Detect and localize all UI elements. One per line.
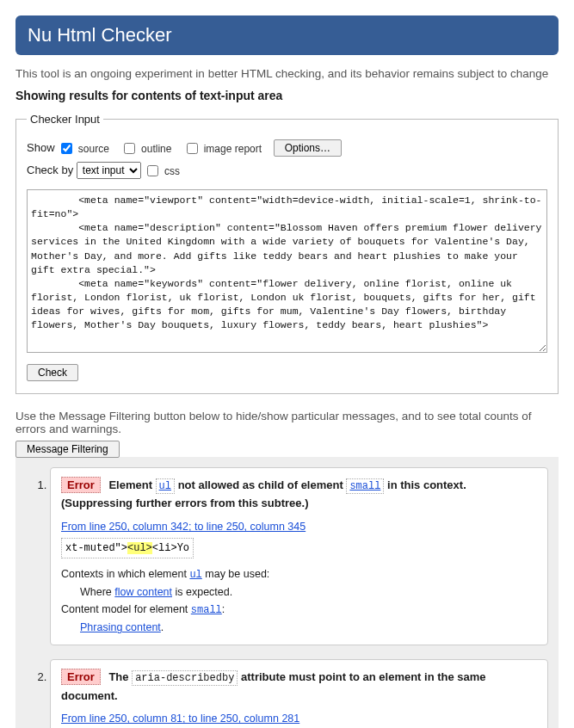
message-item: Error The aria-describedby attribute mus…	[50, 659, 548, 728]
messages-list: Error Element ul not allowed as child of…	[26, 467, 548, 728]
source-checkbox-label: source	[78, 143, 109, 155]
message-text: Error The aria-describedby attribute mus…	[61, 669, 537, 705]
show-row: Show source outline image report Options…	[27, 139, 547, 157]
location-link[interactable]: From line 250, column 342; to line 250, …	[61, 521, 306, 533]
options-button[interactable]: Options…	[274, 139, 342, 157]
message-card: Error Element ul not allowed as child of…	[50, 467, 548, 645]
checkby-select[interactable]: text input	[77, 162, 141, 179]
results-panel: Error Element ul not allowed as child of…	[15, 457, 559, 728]
css-checkbox[interactable]	[147, 165, 158, 176]
image-report-checkbox-label: image report	[204, 143, 262, 155]
tool-subnote: This tool is an ongoing experiment in be…	[15, 67, 559, 80]
results-for-heading: Showing results for contents of text-inp…	[15, 89, 559, 102]
code-ul: ul	[156, 478, 175, 494]
css-checkbox-label: css	[164, 165, 180, 177]
message-extract: xt-muted"><ul><li>Yo	[61, 538, 194, 558]
phrasing-content-link[interactable]: Phrasing content	[80, 621, 161, 633]
message-card: Error The aria-describedby attribute mus…	[50, 659, 548, 728]
location-link[interactable]: From line 250, column 81; to line 250, c…	[61, 713, 299, 725]
app-title: Nu Html Checker	[28, 24, 546, 46]
flow-content-link[interactable]: flow content	[114, 586, 172, 598]
checkby-label: Check by	[27, 163, 73, 176]
message-item: Error Element ul not allowed as child of…	[50, 467, 548, 645]
checker-input-legend: Checker Input	[27, 113, 103, 126]
image-report-checkbox[interactable]	[187, 143, 198, 154]
message-location: From line 250, column 81; to line 250, c…	[61, 712, 537, 725]
message-location: From line 250, column 342; to line 250, …	[61, 520, 537, 533]
show-label: Show	[27, 141, 55, 154]
code-aria-describedby: aria-describedby	[132, 670, 238, 686]
message-filtering-button[interactable]: Message Filtering	[15, 441, 120, 458]
code-small: small	[346, 478, 384, 494]
error-tag: Error	[61, 477, 101, 493]
checker-input-fieldset: Checker Input Show source outline image …	[15, 113, 559, 394]
app-banner: Nu Html Checker	[15, 15, 559, 55]
checkby-row: Check by text input css	[27, 162, 547, 179]
filter-note: Use the Message Filtering button below t…	[15, 410, 559, 435]
error-tag: Error	[61, 669, 101, 685]
outline-checkbox[interactable]	[124, 143, 135, 154]
message-text: Error Element ul not allowed as child of…	[61, 477, 537, 513]
message-details: Contexts in which element ul may be used…	[61, 565, 537, 636]
source-checkbox[interactable]	[61, 143, 72, 154]
outline-checkbox-label: outline	[141, 143, 171, 155]
source-textarea[interactable]	[27, 189, 547, 353]
check-button[interactable]: Check	[27, 364, 78, 381]
